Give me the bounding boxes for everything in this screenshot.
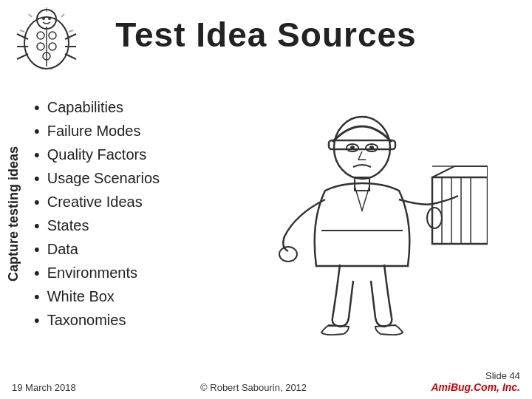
svg-line-1 — [61, 14, 64, 17]
svg-point-8 — [48, 17, 51, 20]
slide: Test Idea Sources Capture testing ideas … — [0, 0, 532, 399]
bullet-item: Creative Ideas — [34, 193, 160, 212]
footer-date: 19 March 2018 — [12, 382, 76, 393]
svg-point-7 — [42, 17, 45, 20]
bullet-item: White Box — [34, 287, 160, 307]
footer-copyright: © Robert Sabourin, 2012 — [200, 382, 307, 393]
svg-point-28 — [279, 247, 297, 262]
sidebar-label: Capture testing ideas — [0, 62, 27, 366]
bullet-item: Capabilities — [34, 98, 160, 117]
bullet-item: Taxonomies — [34, 311, 160, 330]
svg-line-2 — [69, 30, 73, 32]
svg-point-26 — [369, 146, 374, 150]
svg-point-11 — [37, 43, 44, 50]
svg-line-16 — [17, 54, 28, 59]
svg-rect-22 — [329, 140, 395, 149]
svg-point-25 — [350, 146, 355, 150]
slide-footer: 19 March 2018 © Robert Sabourin, 2012 Sl… — [0, 366, 532, 399]
bullet-list: CapabilitiesFailure ModesQuality Factors… — [27, 62, 160, 366]
bullet-item: Failure Modes — [34, 122, 160, 141]
svg-rect-29 — [432, 177, 488, 244]
footer-brand-area: Slide 44 AmiBug.Com, Inc. — [431, 370, 520, 393]
bullet-item: Usage Scenarios — [34, 169, 160, 188]
svg-line-17 — [65, 34, 76, 39]
svg-point-12 — [49, 43, 56, 50]
left-section: Capture testing ideas CapabilitiesFailur… — [0, 62, 200, 366]
svg-point-9 — [37, 32, 44, 39]
content-area: Capture testing ideas CapabilitiesFailur… — [0, 62, 532, 366]
footer-brand: AmiBug.Com, Inc. — [431, 381, 520, 393]
bullet-item: Data — [34, 240, 160, 259]
bullet-item: Environments — [34, 264, 160, 283]
footer-slide-number: Slide 44 — [431, 370, 520, 381]
svg-line-14 — [17, 34, 28, 39]
svg-line-19 — [65, 54, 76, 59]
svg-point-35 — [427, 208, 442, 228]
svg-line-4 — [20, 30, 24, 32]
svg-point-10 — [49, 32, 56, 39]
svg-point-6 — [37, 10, 56, 29]
right-illustration — [200, 62, 525, 366]
svg-line-3 — [29, 14, 32, 17]
bullet-item: States — [34, 216, 160, 236]
bullet-item: Quality Factors — [34, 146, 160, 165]
slide-title: Test Idea Sources — [15, 15, 517, 55]
